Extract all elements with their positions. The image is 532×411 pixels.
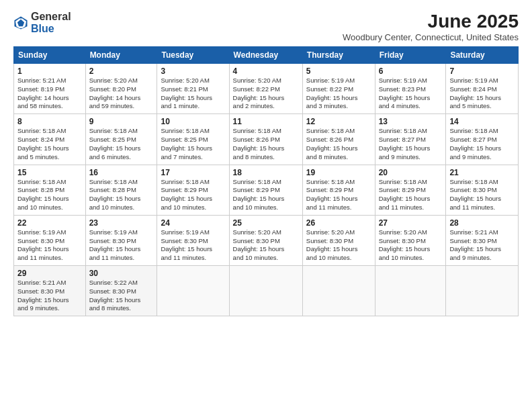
- day-cell: 14Sunrise: 5:18 AM Sunset: 8:27 PM Dayli…: [446, 114, 519, 165]
- header-row: SundayMondayTuesdayWednesdayThursdayFrid…: [14, 47, 519, 64]
- day-number: 5: [306, 66, 371, 76]
- day-info: Sunrise: 5:18 AM Sunset: 8:30 PM Dayligh…: [449, 178, 515, 212]
- col-header-wednesday: Wednesday: [229, 47, 302, 64]
- day-cell: 19Sunrise: 5:18 AM Sunset: 8:29 PM Dayli…: [302, 165, 375, 215]
- day-number: 15: [17, 168, 82, 177]
- day-number: 7: [449, 66, 515, 76]
- day-cell: 13Sunrise: 5:18 AM Sunset: 8:27 PM Dayli…: [375, 114, 446, 165]
- day-cell: 5Sunrise: 5:19 AM Sunset: 8:22 PM Daylig…: [302, 64, 375, 114]
- col-header-sunday: Sunday: [14, 47, 86, 64]
- day-info: Sunrise: 5:18 AM Sunset: 8:27 PM Dayligh…: [449, 127, 515, 161]
- day-info: Sunrise: 5:19 AM Sunset: 8:23 PM Dayligh…: [379, 77, 443, 111]
- day-cell: [157, 266, 229, 316]
- location: Woodbury Center, Connecticut, United Sta…: [343, 32, 519, 42]
- day-cell: 16Sunrise: 5:18 AM Sunset: 8:28 PM Dayli…: [85, 165, 157, 215]
- day-number: 27: [379, 218, 443, 228]
- day-number: 20: [379, 168, 443, 177]
- day-info: Sunrise: 5:18 AM Sunset: 8:29 PM Dayligh…: [233, 178, 299, 212]
- day-info: Sunrise: 5:18 AM Sunset: 8:29 PM Dayligh…: [161, 178, 225, 212]
- day-number: 2: [89, 66, 154, 76]
- day-cell: 12Sunrise: 5:18 AM Sunset: 8:26 PM Dayli…: [302, 114, 375, 165]
- day-number: 26: [306, 218, 371, 228]
- day-info: Sunrise: 5:18 AM Sunset: 8:27 PM Dayligh…: [379, 127, 443, 161]
- day-info: Sunrise: 5:18 AM Sunset: 8:26 PM Dayligh…: [233, 127, 299, 161]
- logo-text: General Blue: [31, 11, 71, 34]
- day-cell: 21Sunrise: 5:18 AM Sunset: 8:30 PM Dayli…: [446, 165, 519, 215]
- day-cell: 8Sunrise: 5:18 AM Sunset: 8:24 PM Daylig…: [14, 114, 86, 165]
- day-number: 14: [449, 117, 515, 126]
- day-number: 3: [161, 66, 225, 76]
- day-cell: 17Sunrise: 5:18 AM Sunset: 8:29 PM Dayli…: [157, 165, 229, 215]
- col-header-tuesday: Tuesday: [157, 47, 229, 64]
- day-info: Sunrise: 5:19 AM Sunset: 8:30 PM Dayligh…: [17, 228, 82, 263]
- header: General Blue June 2025 Woodbury Center, …: [13, 11, 519, 42]
- day-number: 30: [89, 269, 154, 278]
- logo-icon: [13, 15, 28, 30]
- day-info: Sunrise: 5:18 AM Sunset: 8:29 PM Dayligh…: [306, 178, 371, 212]
- day-cell: [229, 266, 302, 316]
- day-cell: 24Sunrise: 5:19 AM Sunset: 8:30 PM Dayli…: [157, 215, 229, 265]
- page: General Blue June 2025 Woodbury Center, …: [0, 0, 532, 411]
- day-info: Sunrise: 5:20 AM Sunset: 8:30 PM Dayligh…: [233, 228, 299, 263]
- day-number: 16: [89, 168, 154, 177]
- day-cell: 26Sunrise: 5:20 AM Sunset: 8:30 PM Dayli…: [302, 215, 375, 265]
- day-info: Sunrise: 5:21 AM Sunset: 8:30 PM Dayligh…: [17, 279, 82, 313]
- day-cell: 4Sunrise: 5:20 AM Sunset: 8:22 PM Daylig…: [229, 64, 302, 114]
- day-cell: 23Sunrise: 5:19 AM Sunset: 8:30 PM Dayli…: [85, 215, 157, 265]
- day-number: 10: [161, 117, 225, 126]
- title-block: June 2025 Woodbury Center, Connecticut, …: [343, 11, 519, 42]
- day-number: 6: [379, 66, 443, 76]
- col-header-friday: Friday: [375, 47, 446, 64]
- day-info: Sunrise: 5:19 AM Sunset: 8:30 PM Dayligh…: [161, 228, 225, 263]
- day-info: Sunrise: 5:22 AM Sunset: 8:30 PM Dayligh…: [89, 279, 154, 313]
- day-number: 19: [306, 168, 371, 177]
- day-info: Sunrise: 5:20 AM Sunset: 8:22 PM Dayligh…: [233, 77, 299, 111]
- day-cell: 15Sunrise: 5:18 AM Sunset: 8:28 PM Dayli…: [14, 165, 86, 215]
- day-cell: [446, 266, 519, 316]
- week-row-4: 22Sunrise: 5:19 AM Sunset: 8:30 PM Dayli…: [14, 215, 519, 265]
- month-title: June 2025: [343, 11, 519, 32]
- day-info: Sunrise: 5:18 AM Sunset: 8:28 PM Dayligh…: [89, 178, 154, 212]
- col-header-saturday: Saturday: [446, 47, 519, 64]
- calendar: SundayMondayTuesdayWednesdayThursdayFrid…: [13, 46, 519, 316]
- day-cell: 25Sunrise: 5:20 AM Sunset: 8:30 PM Dayli…: [229, 215, 302, 265]
- day-number: 1: [17, 66, 82, 76]
- day-cell: 6Sunrise: 5:19 AM Sunset: 8:23 PM Daylig…: [375, 64, 446, 114]
- day-number: 9: [89, 117, 154, 126]
- day-number: 8: [17, 117, 82, 126]
- day-number: 17: [161, 168, 225, 177]
- day-number: 21: [449, 168, 515, 177]
- day-cell: [302, 266, 375, 316]
- day-number: 13: [379, 117, 443, 126]
- day-number: 28: [449, 218, 515, 228]
- day-cell: 3Sunrise: 5:20 AM Sunset: 8:21 PM Daylig…: [157, 64, 229, 114]
- day-info: Sunrise: 5:20 AM Sunset: 8:20 PM Dayligh…: [89, 77, 154, 111]
- week-row-5: 29Sunrise: 5:21 AM Sunset: 8:30 PM Dayli…: [14, 266, 519, 316]
- day-cell: 11Sunrise: 5:18 AM Sunset: 8:26 PM Dayli…: [229, 114, 302, 165]
- week-row-2: 8Sunrise: 5:18 AM Sunset: 8:24 PM Daylig…: [14, 114, 519, 165]
- day-cell: 1Sunrise: 5:21 AM Sunset: 8:19 PM Daylig…: [14, 64, 86, 114]
- day-cell: 9Sunrise: 5:18 AM Sunset: 8:25 PM Daylig…: [85, 114, 157, 165]
- day-cell: 2Sunrise: 5:20 AM Sunset: 8:20 PM Daylig…: [85, 64, 157, 114]
- day-info: Sunrise: 5:19 AM Sunset: 8:22 PM Dayligh…: [306, 77, 371, 111]
- day-cell: [375, 266, 446, 316]
- day-info: Sunrise: 5:21 AM Sunset: 8:30 PM Dayligh…: [449, 228, 515, 263]
- day-cell: 18Sunrise: 5:18 AM Sunset: 8:29 PM Dayli…: [229, 165, 302, 215]
- day-info: Sunrise: 5:20 AM Sunset: 8:30 PM Dayligh…: [306, 228, 371, 263]
- day-number: 29: [17, 269, 82, 278]
- day-cell: 7Sunrise: 5:19 AM Sunset: 8:24 PM Daylig…: [446, 64, 519, 114]
- day-info: Sunrise: 5:18 AM Sunset: 8:28 PM Dayligh…: [17, 178, 82, 212]
- day-cell: 27Sunrise: 5:20 AM Sunset: 8:30 PM Dayli…: [375, 215, 446, 265]
- day-cell: 29Sunrise: 5:21 AM Sunset: 8:30 PM Dayli…: [14, 266, 86, 316]
- day-info: Sunrise: 5:19 AM Sunset: 8:30 PM Dayligh…: [89, 228, 154, 263]
- day-cell: 28Sunrise: 5:21 AM Sunset: 8:30 PM Dayli…: [446, 215, 519, 265]
- col-header-monday: Monday: [85, 47, 157, 64]
- day-cell: 30Sunrise: 5:22 AM Sunset: 8:30 PM Dayli…: [85, 266, 157, 316]
- day-number: 18: [233, 168, 299, 177]
- day-info: Sunrise: 5:18 AM Sunset: 8:25 PM Dayligh…: [161, 127, 225, 161]
- day-info: Sunrise: 5:20 AM Sunset: 8:30 PM Dayligh…: [379, 228, 443, 263]
- day-number: 24: [161, 218, 225, 228]
- day-number: 11: [233, 117, 299, 126]
- day-number: 4: [233, 66, 299, 76]
- day-info: Sunrise: 5:18 AM Sunset: 8:26 PM Dayligh…: [306, 127, 371, 161]
